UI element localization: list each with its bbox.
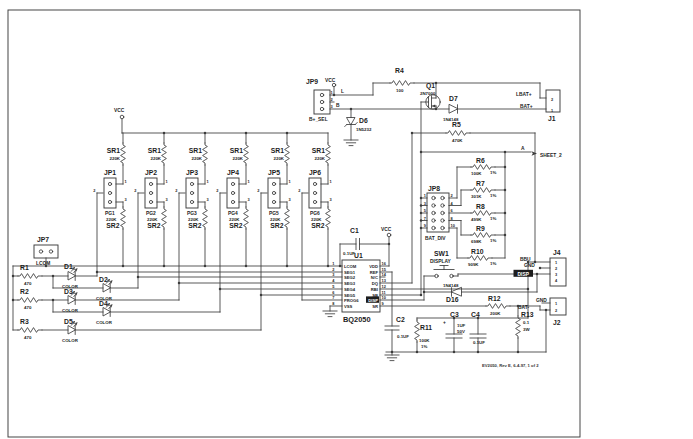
- pnum-7: 7: [332, 295, 334, 300]
- d5-ref: D5: [64, 318, 73, 325]
- pg3-net: PG3: [187, 211, 197, 216]
- pin-lcom: LCOM: [344, 264, 357, 269]
- pnum-13: 13: [382, 278, 387, 283]
- r1-ref: R1: [20, 264, 29, 271]
- r8-ref: R8: [476, 203, 485, 210]
- pullup-column-5: SR1 220K JP5 1 2 3 PG5 220K SR2: [257, 133, 291, 295]
- r13-watt: 3W: [523, 327, 530, 332]
- u1-ref: U1: [354, 252, 363, 259]
- pin-sr: SR: [372, 304, 378, 309]
- switch-sw1: SW1 DISPLAY: [430, 250, 454, 278]
- resistor-r4: R4 100: [390, 67, 414, 93]
- j2-pin2: 2: [555, 308, 558, 313]
- u1-bq2050: U1 BQ2050 LCOM SEG1 SEG2 SEG3 SEG4 SEG5 …: [323, 252, 387, 325]
- d2-ref: D2: [99, 276, 108, 283]
- jp8-p8: 8: [451, 216, 454, 221]
- r13-ref: R13: [521, 311, 534, 318]
- pin-3: 3: [289, 197, 292, 202]
- pin-3: 3: [125, 197, 128, 202]
- pin-vdd: VDD: [369, 264, 378, 269]
- jp9-vcc: VCC: [325, 78, 336, 83]
- pin-prog6: PROG6: [344, 298, 359, 303]
- pg4-value: 220K: [229, 217, 240, 222]
- transistor-q1: Q1 2N7000: [420, 82, 440, 109]
- pin-1: 1: [330, 179, 333, 184]
- resistor-r9: R9 698K 1%: [471, 225, 496, 244]
- q1-ref: Q1: [426, 82, 435, 90]
- r8-tol: 1%: [490, 216, 496, 221]
- pg6-value: 220K: [311, 217, 322, 222]
- net-batplus: BAT+: [520, 104, 533, 109]
- pnum-4: 4: [332, 278, 335, 283]
- pin-2: 2: [257, 188, 260, 193]
- pg3-value: 220K: [188, 217, 199, 222]
- jp8-p4: 4: [451, 201, 454, 206]
- resistor-r12: R12 200K: [486, 295, 510, 316]
- jp8-p5: 5: [424, 208, 427, 213]
- sr1-ref: SR1: [230, 147, 243, 154]
- pnum-9: 9: [382, 301, 385, 306]
- r4-value: 100: [396, 88, 404, 93]
- r3-ref: R3: [20, 318, 29, 325]
- net-l: L: [341, 89, 344, 94]
- pin-3: 3: [330, 197, 333, 202]
- sr2-ref: SR2: [106, 222, 119, 229]
- pin-3: 3: [166, 197, 169, 202]
- r7-value: 301K: [471, 194, 482, 199]
- pin-rbi: RBI: [371, 287, 378, 292]
- d16-value: 1N4148: [443, 283, 459, 288]
- j2-pin1: 1: [555, 301, 558, 306]
- resistor-r10: R10 909K 1%: [468, 248, 496, 267]
- jp8-p2: 2: [451, 193, 454, 198]
- vcc-rail: VCC: [114, 108, 125, 119]
- jp2-ref: JP2: [145, 169, 157, 176]
- jp6-ref: JP6: [309, 169, 321, 176]
- resistor-r1: R1 470: [18, 264, 42, 286]
- pullup-column-2: SR1 220K JP2 1 2 3 PG2 220K SR2: [134, 133, 168, 277]
- pin-3: 3: [207, 197, 210, 202]
- pin-seg3: SEG3: [344, 281, 356, 286]
- diode-d16: 1N4148 D16: [443, 283, 462, 303]
- sr1-value: 220K: [233, 156, 244, 161]
- sr2-ref: SR2: [311, 222, 324, 229]
- resistor-r5: R5 470K: [446, 121, 470, 143]
- jp9-pin1: 1: [331, 90, 334, 95]
- r9-tol: 1%: [490, 238, 496, 243]
- pg4-net: PG4: [228, 211, 238, 216]
- sr2-ref: SR2: [229, 222, 242, 229]
- pin-3: 3: [248, 197, 251, 202]
- sr1-value: 220K: [274, 156, 285, 161]
- pin-2: 2: [93, 188, 96, 193]
- r7-ref: R7: [476, 180, 485, 187]
- pg5-value: 220K: [270, 217, 281, 222]
- vcc-label: VCC: [114, 108, 125, 113]
- pin-2: 2: [175, 188, 178, 193]
- net-gnd-j2: GND: [536, 298, 547, 303]
- sr1-value: 220K: [315, 156, 326, 161]
- r4-ref: R4: [395, 67, 404, 74]
- pg6-net: PG6: [310, 211, 320, 216]
- pin-dq: DQ: [372, 281, 379, 286]
- pin-2: 2: [216, 188, 219, 193]
- bus-ground: [385, 355, 399, 361]
- pin-2: 2: [298, 188, 301, 193]
- r5-value: 470K: [452, 138, 463, 143]
- sr2-ref: SR2: [188, 222, 201, 229]
- net-lbat: LBAT+: [516, 92, 532, 97]
- d6-ref: D6: [359, 117, 368, 124]
- diode-d7: D7 1N4148: [443, 95, 459, 122]
- r11-tol: 1%: [421, 344, 427, 349]
- r13-value: 0.1: [523, 320, 530, 325]
- sr1-value: 220K: [110, 156, 121, 161]
- c2-value: 0.1UF: [397, 334, 409, 339]
- vdd-vcc: VCC: [381, 227, 392, 237]
- pin-disp: DISP: [368, 298, 378, 303]
- net-a: A: [521, 146, 525, 151]
- d16-ref: D16: [446, 296, 459, 303]
- j4-pin4: 4: [555, 278, 558, 283]
- vss-ground: [323, 311, 337, 317]
- pg2-net: PG2: [146, 211, 156, 216]
- resistor-r2: R2 470: [18, 288, 42, 310]
- pullup-column-6: SR1 220K JP6 1 2 3 PG6 220K SR2: [298, 133, 332, 300]
- page-border: [8, 10, 580, 437]
